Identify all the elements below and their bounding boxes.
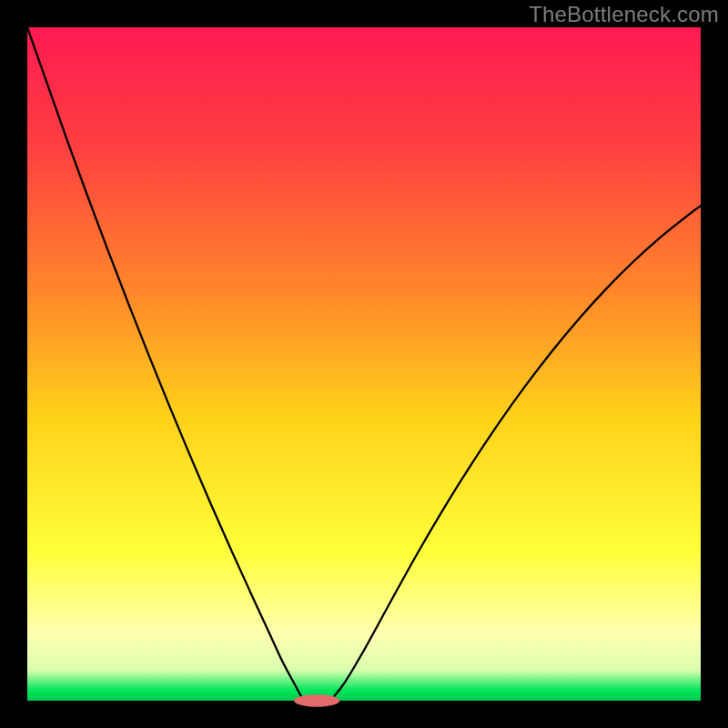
chart-frame: TheBottleneck.com: [0, 0, 728, 728]
plot-background: [27, 27, 701, 701]
bottleneck-chart: [0, 0, 728, 728]
watermark-text: TheBottleneck.com: [529, 2, 719, 27]
min-marker: [294, 694, 339, 706]
